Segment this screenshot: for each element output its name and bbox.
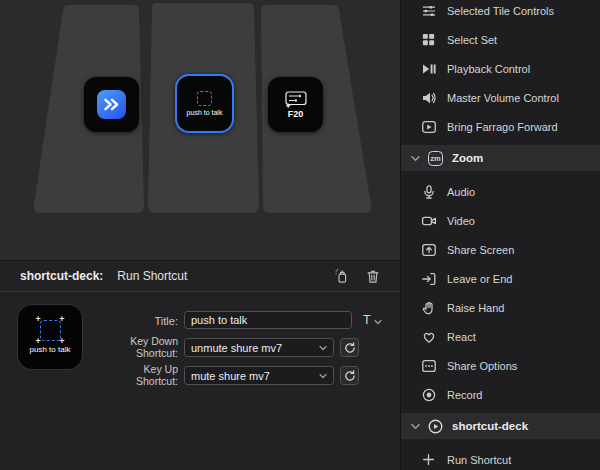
zoom-logo-icon: zm: [427, 151, 444, 166]
key-up-select[interactable]: mute shure mv7: [184, 366, 334, 385]
refresh-key-up-button[interactable]: [340, 366, 359, 385]
corner-handle: +: [59, 315, 64, 324]
sidebar-item-audio[interactable]: Audio: [401, 177, 600, 206]
actions-sidebar: Selected Tile ControlsSelect SetPlayback…: [400, 0, 600, 470]
chevron-down-icon[interactable]: [411, 423, 420, 430]
sidebar-item-run-shortcut[interactable]: Run Shortcut: [401, 445, 600, 470]
inspector-panel: shortcut-deck: Run Shortcut: [0, 260, 400, 470]
corner-handle: +: [36, 315, 41, 324]
leave-icon: [420, 271, 437, 287]
sidebar-label: Zoom: [452, 152, 483, 164]
chevron-down-icon[interactable]: [411, 155, 420, 162]
sidebar-section-shortcut-deck[interactable]: shortcut-deck: [401, 413, 600, 439]
plugin-name: shortcut-deck:: [20, 269, 103, 283]
volume-icon: [420, 90, 437, 106]
react-icon: [420, 329, 437, 345]
sidebar-item-share-screen[interactable]: Share Screen: [401, 235, 600, 264]
sidebar-list: Selected Tile ControlsSelect SetPlayback…: [401, 0, 600, 470]
dashed-frame-icon: + + + +: [40, 320, 61, 341]
record-icon: [420, 387, 437, 403]
sidebar-item-raise-hand[interactable]: Raise Hand: [401, 293, 600, 322]
sidebar-item-leave-or-end[interactable]: Leave or End: [401, 264, 600, 293]
share-options-icon: [420, 358, 437, 374]
sidebar-item-bring-farrago-forward[interactable]: Bring Farrago Forward: [401, 112, 600, 141]
sidebar-label: Raise Hand: [447, 302, 504, 314]
corner-handle: +: [59, 337, 64, 346]
sidebar-label: Run Shortcut: [447, 454, 511, 466]
raise-hand-icon: [420, 300, 437, 316]
preview-label: push to talk: [30, 345, 71, 354]
corner-handle: +: [36, 337, 41, 346]
trash-icon[interactable]: [366, 269, 380, 284]
sidebar-item-selected-tile-controls[interactable]: Selected Tile Controls: [401, 0, 600, 25]
sidebar-item-master-volume-control[interactable]: Master Volume Control: [401, 83, 600, 112]
key-controls-icon: [284, 91, 308, 108]
tile-label: F20: [288, 109, 304, 119]
app-window: push to talk F20 shortcut-deck: Run Shor…: [0, 0, 600, 470]
refresh-key-down-button[interactable]: [340, 338, 359, 357]
sidebar-item-react[interactable]: React: [401, 322, 600, 351]
playback-icon: [420, 61, 437, 77]
sidebar-label: Selected Tile Controls: [447, 5, 554, 17]
video-camera-icon: [420, 213, 437, 229]
select-set-icon: [420, 32, 437, 47]
sidebar-label: Share Options: [447, 360, 517, 372]
sidebar-item-select-set[interactable]: Select Set: [401, 25, 600, 54]
deck-tile-run-shortcut[interactable]: [84, 77, 139, 132]
sidebar-label: Audio: [447, 186, 475, 198]
shortcut-deck-icon: [427, 418, 444, 435]
sidebar-label: Bring Farrago Forward: [447, 121, 558, 133]
key-down-value: unmute shure mv7: [191, 342, 315, 354]
deck-tile-push-to-talk[interactable]: push to talk: [175, 74, 234, 133]
sidebar-item-record[interactable]: Record: [401, 380, 600, 409]
share-screen-icon: [420, 242, 437, 258]
deck-preview: push to talk F20: [0, 0, 400, 260]
sidebar-label: shortcut-deck: [452, 420, 528, 432]
key-up-label: Key Up Shortcut:: [104, 363, 178, 387]
chevron-down-icon: [374, 319, 382, 325]
deck-tile-f20[interactable]: F20: [268, 77, 323, 132]
sidebar-label: React: [447, 331, 476, 343]
action-name: Run Shortcut: [117, 269, 187, 283]
shortcuts-icon: [97, 90, 126, 119]
sidebar-label: Master Volume Control: [447, 92, 559, 104]
tile-controls-icon: [420, 3, 437, 19]
title-label: Title:: [96, 315, 178, 327]
dashed-frame-icon: [197, 91, 212, 106]
sidebar-label: Select Set: [447, 34, 497, 46]
tile-label: push to talk: [187, 109, 223, 116]
sidebar-item-share-options[interactable]: Share Options: [401, 351, 600, 380]
microphone-icon: [420, 184, 437, 200]
sidebar-label: Playback Control: [447, 63, 530, 75]
sidebar-label: Leave or End: [447, 273, 512, 285]
key-up-value: mute shure mv7: [191, 370, 315, 382]
title-input[interactable]: [184, 311, 352, 329]
chevron-down-icon: [319, 345, 327, 351]
sidebar-item-playback-control[interactable]: Playback Control: [401, 54, 600, 83]
text-style-button[interactable]: T: [363, 313, 382, 327]
chevron-down-icon: [319, 373, 327, 379]
key-down-select[interactable]: unmute shure mv7: [184, 338, 334, 357]
key-down-label: Key Down Shortcut:: [104, 335, 178, 359]
farrago-icon: [420, 119, 437, 135]
sidebar-section-zoom[interactable]: zmZoom: [401, 145, 600, 171]
text-style-letter: T: [363, 313, 371, 327]
inspector-header: shortcut-deck: Run Shortcut: [0, 261, 400, 292]
sidebar-label: Record: [447, 389, 482, 401]
plus-icon: [420, 452, 437, 467]
sidebar-label: Video: [447, 215, 475, 227]
style-spray-icon[interactable]: [334, 268, 349, 284]
selected-tile-preview: + + + + push to talk: [18, 305, 82, 369]
sidebar-item-video[interactable]: Video: [401, 206, 600, 235]
sidebar-label: Share Screen: [447, 244, 514, 256]
